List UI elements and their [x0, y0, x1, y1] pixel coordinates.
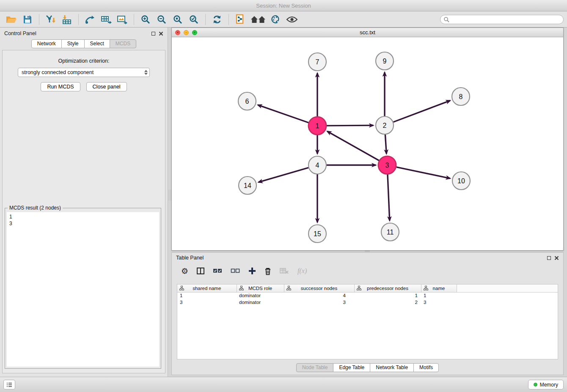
table-row[interactable]: 3dominator323	[177, 299, 558, 306]
float-panel-icon[interactable]	[151, 32, 155, 36]
dropdown-selected-value: strongly connected component	[22, 69, 94, 75]
tab-node-table[interactable]: Node Table	[296, 363, 334, 372]
table-cell[interactable]: 1	[421, 292, 457, 299]
graph-edge-4-14[interactable]	[259, 168, 308, 182]
tab-network[interactable]: Network	[31, 39, 62, 48]
export-network-icon[interactable]	[83, 13, 97, 26]
toolbar-separator	[205, 14, 206, 25]
table-cell[interactable]: dominator	[237, 299, 284, 306]
graph-node-8[interactable]: 8	[452, 88, 470, 105]
select-all-columns-icon[interactable]	[213, 268, 222, 273]
maximize-window-icon[interactable]: +	[192, 30, 197, 35]
zoom-out-icon[interactable]	[155, 13, 168, 26]
home-layout-icon[interactable]	[250, 13, 267, 26]
search-input[interactable]	[440, 15, 564, 24]
vertical-splitter[interactable]	[169, 190, 171, 201]
function-builder-icon[interactable]: f(x)	[297, 267, 307, 275]
table-settings-icon[interactable]: ⚙	[181, 267, 188, 275]
table-cell[interactable]: 3	[284, 299, 354, 306]
refresh-icon[interactable]	[210, 13, 224, 26]
network-window-title: scc.txt	[172, 29, 563, 36]
close-window-icon[interactable]: ✕	[175, 30, 180, 35]
table-cell[interactable]: 4	[284, 292, 354, 299]
import-table-icon[interactable]	[60, 13, 74, 26]
graph-edge-2-8[interactable]	[394, 101, 450, 122]
delete-table-icon[interactable]	[280, 268, 289, 274]
graph-edge-3-11[interactable]	[388, 174, 390, 221]
graph-edge-1-6[interactable]	[258, 105, 308, 123]
tab-select[interactable]: Select	[84, 39, 110, 48]
table-cell[interactable]: 1	[354, 292, 421, 299]
column-header-predecessor-nodes[interactable]: predecessor nodes	[354, 284, 421, 292]
graph-node-6[interactable]: 6	[238, 92, 256, 110]
graph-node-15[interactable]: 15	[308, 225, 326, 243]
svg-text:3: 3	[385, 162, 389, 169]
graph-edge-3-1[interactable]	[328, 131, 379, 160]
table-cell[interactable]: 2	[354, 299, 421, 306]
graph-node-11[interactable]: 11	[381, 223, 399, 241]
tab-network-table[interactable]: Network Table	[370, 363, 414, 372]
graph-node-4[interactable]: 4	[308, 156, 326, 174]
search-field	[440, 15, 564, 24]
graph-edge-3-10[interactable]	[396, 167, 450, 179]
export-image-icon[interactable]	[116, 13, 129, 26]
apply-style-icon[interactable]	[269, 13, 283, 26]
toolbar-separator	[39, 14, 39, 25]
zoom-fit-icon[interactable]	[171, 13, 184, 26]
tab-mcds[interactable]: MCDS	[110, 39, 136, 48]
save-session-icon[interactable]	[21, 13, 34, 26]
split-columns-icon[interactable]	[197, 268, 204, 274]
table-cell[interactable]: dominator	[237, 292, 284, 299]
graph-node-1[interactable]: 1	[308, 117, 326, 135]
table-toolbar: ⚙ f(x)	[172, 263, 563, 279]
tab-motifs[interactable]: Motifs	[413, 363, 439, 372]
graph-node-9[interactable]: 9	[376, 52, 394, 70]
export-table-icon[interactable]	[99, 13, 113, 26]
close-panel-icon[interactable]	[159, 31, 163, 36]
graph-node-3[interactable]: 3	[378, 156, 396, 174]
column-header-name[interactable]: name	[421, 284, 457, 292]
table-cell-filler	[457, 292, 558, 299]
table-cell[interactable]: 3	[177, 299, 237, 306]
tab-edge-table[interactable]: Edge Table	[333, 363, 370, 372]
control-panel-header: Control Panel	[0, 28, 168, 39]
table-cell[interactable]: 1	[177, 292, 237, 299]
graph-edge-1-2[interactable]	[327, 125, 373, 126]
column-header-successor-nodes[interactable]: successor nodes	[284, 284, 354, 292]
control-panel-tabs: NetworkStyleSelectMCDS	[0, 39, 168, 48]
graph-node-7[interactable]: 7	[308, 53, 326, 71]
svg-text:2: 2	[383, 122, 387, 129]
mcds-result-list[interactable]: 1 3	[7, 212, 159, 367]
zoom-selected-icon[interactable]	[187, 13, 201, 26]
node-table-grid: shared nameMCDS rolesuccessor nodesprede…	[177, 284, 558, 306]
horizontal-splitter[interactable]	[365, 251, 370, 252]
float-table-panel-icon[interactable]	[547, 256, 551, 260]
share-document-icon[interactable]	[234, 13, 247, 26]
minimize-window-icon[interactable]: −	[184, 30, 189, 35]
zoom-in-icon[interactable]	[139, 13, 152, 26]
tab-style[interactable]: Style	[61, 39, 85, 48]
task-history-icon[interactable]	[3, 380, 15, 389]
graph-edge-2-3[interactable]	[385, 135, 386, 154]
table-cell[interactable]: 3	[421, 299, 457, 306]
show-hide-icon[interactable]	[285, 13, 299, 26]
deselect-all-columns-icon[interactable]	[231, 268, 240, 273]
graph-node-10[interactable]: 10	[452, 172, 470, 190]
open-file-icon[interactable]	[5, 13, 18, 26]
memory-button[interactable]: Memory	[528, 380, 564, 389]
graph-node-2[interactable]: 2	[376, 116, 394, 134]
network-canvas[interactable]: 1234678910111415	[172, 37, 563, 250]
delete-column-icon[interactable]	[264, 267, 271, 275]
close-table-panel-icon[interactable]	[554, 256, 559, 260]
close-panel-button[interactable]: Close panel	[86, 82, 127, 91]
table-tabs: Node TableEdge TableNetwork TableMotifs	[172, 363, 563, 372]
create-column-icon[interactable]	[248, 267, 256, 275]
column-header-shared-name[interactable]: shared name	[177, 284, 237, 292]
table-row[interactable]: 1dominator411	[177, 292, 558, 299]
run-mcds-button[interactable]: Run MCDS	[41, 82, 80, 91]
column-header-mcds-role[interactable]: MCDS role	[237, 284, 284, 292]
control-panel-title: Control Panel	[4, 30, 36, 36]
import-network-icon[interactable]	[44, 13, 58, 26]
graph-node-14[interactable]: 14	[239, 177, 256, 194]
optimization-criterion-select[interactable]: strongly connected component	[18, 68, 150, 77]
